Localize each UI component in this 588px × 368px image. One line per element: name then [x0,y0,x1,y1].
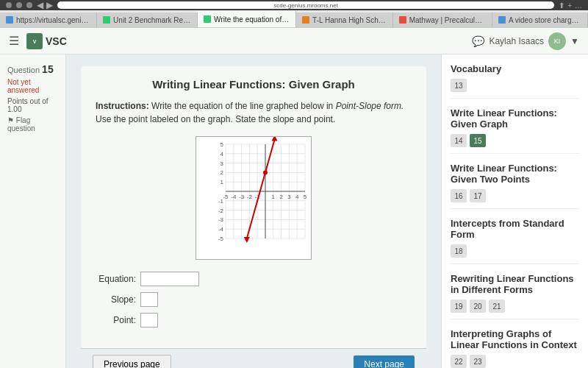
tab-write-equation[interactable]: Write the equation of the line gr... [198,11,296,27]
badge-22[interactable]: 22 [451,355,467,368]
question-status: Not yet answered [7,78,58,94]
back-icon[interactable]: ◀ [37,0,43,10]
logo-icon: V [26,33,43,49]
sidebar-section-title-2: Write Linear Functions: Given Two Points [451,163,579,185]
sidebar-divider-1 [451,153,579,154]
graph-canvas [196,137,312,261]
sidebar-divider-3 [451,263,579,264]
flag-icon: ⚑ [7,116,14,124]
tab-favicon-1 [103,16,110,24]
fields-section: Equation: Slope: Point: [96,272,412,328]
equation-label: Equation: [96,274,136,284]
tab-favicon-0 [6,16,13,24]
question-title: Writing Linear Functions: Given Graph [96,78,412,91]
sidebar-section-1: Write Linear Functions: Given Graph1415 [451,107,579,154]
sidebar-badges-4: 192021 [451,300,579,313]
badge-20[interactable]: 20 [470,300,486,313]
question-number: 15 [42,63,54,75]
main-layout: Question 15 Not yet answered Points out … [0,54,588,368]
slope-input[interactable] [140,292,158,307]
url-text: scde-genius.mrooms.net [273,2,338,9]
prev-button[interactable]: Previous page [93,355,171,368]
equation-input[interactable] [140,272,199,286]
bottom-nav: Previous page Next page [81,348,426,368]
user-area: 💬 Kaylah Isaacs KI ▼ [472,32,579,50]
sidebar-section-title-0: Vocabulary [451,63,579,74]
browser-chrome: ◀ ▶ scde-genius.mrooms.net ⬆ + … [0,0,588,10]
badge-15[interactable]: 15 [470,134,486,147]
badge-13[interactable]: 13 [451,79,467,92]
logo-text: VSC [46,35,67,47]
tab-virtualsc[interactable]: https://virtualsc.geniussis.com/... [0,13,97,27]
point-input[interactable] [140,313,158,328]
sidebar-badges-5: 2223 [451,355,579,368]
right-sidebar: Vocabulary13Write Linear Functions: Give… [441,54,588,368]
url-bar: scde-genius.mrooms.net [57,1,554,9]
instructions: Instructions: Write the equation of the … [96,99,412,126]
question-sidebar: Question 15 Not yet answered Points out … [0,54,66,368]
forward-icon[interactable]: ▶ [46,0,53,10]
slope-row: Slope: [96,292,412,307]
browser-actions[interactable]: ⬆ + … [559,1,582,10]
badge-17[interactable]: 17 [470,189,486,202]
badge-14[interactable]: 14 [451,134,467,147]
sidebar-badges-3: 18 [451,244,579,258]
share-icon[interactable]: ⬆ [559,1,564,10]
next-button[interactable]: Next page [354,355,415,368]
user-name: Kaylah Isaacs [489,36,544,46]
tab-hanna[interactable]: T-L Hanna High School's theat... [296,13,393,27]
sidebar-section-2: Write Linear Functions: Given Two Points… [451,163,579,209]
badge-19[interactable]: 19 [451,300,467,313]
question-points: Points out of 1.00 [7,97,58,113]
tab-video-store[interactable]: A video store charges non-me... [492,13,588,27]
sidebar-section-4: Rewriting Linear Functions in Different … [451,273,579,319]
sidebar-section-title-5: Interpreting Graphs of Linear Functions … [451,328,579,350]
sidebar-section-title-3: Intercepts from Standard Form [451,218,579,240]
svg-text:V: V [33,39,37,44]
sidebar-section-title-1: Write Linear Functions: Given Graph [451,107,579,130]
graph-wrap [196,136,312,260]
badge-21[interactable]: 21 [489,300,505,313]
point-row: Point: [96,313,412,328]
question-number-label: Question 15 [7,63,58,75]
sidebar-section-title-4: Rewriting Linear Functions in Different … [451,273,579,295]
sidebar-section-3: Intercepts from Standard Form18 [451,218,579,264]
tab-bar: https://virtualsc.geniussis.com/... Unit… [0,10,588,28]
tab-favicon-4 [399,16,406,24]
chat-icon: 💬 [472,35,484,47]
badge-16[interactable]: 16 [451,189,467,202]
sidebar-section-0: Vocabulary13 [451,63,579,99]
sidebar-badges-2: 1617 [451,189,579,202]
flag-question[interactable]: ⚑ Flag question [7,116,58,132]
content-area: Writing Linear Functions: Given Graph In… [66,54,441,368]
graph-container [96,136,412,260]
sidebar-divider-4 [451,319,579,319]
sidebar-badges-1: 1415 [451,134,579,147]
equation-row: Equation: [96,272,412,286]
new-tab-icon[interactable]: + [567,1,572,10]
avatar: KI [548,32,566,50]
hamburger-icon[interactable]: ☰ [9,34,19,48]
badge-23[interactable]: 23 [470,355,486,368]
question-card: Writing Linear Functions: Given Graph In… [81,66,426,348]
tab-favicon-3 [302,16,309,24]
browser-nav[interactable]: ◀ ▶ [37,0,53,10]
sidebar-section-5: Interpreting Graphs of Linear Functions … [451,328,579,368]
tab-benchmark[interactable]: Unit 2 Benchmark Retake (page... [97,13,198,27]
more-icon[interactable]: … [575,1,582,10]
badge-18[interactable]: 18 [451,244,467,258]
slope-label: Slope: [96,294,136,305]
sidebar-divider-0 [451,98,579,99]
logo-box: V VSC [26,33,67,49]
tab-mathway[interactable]: Mathway | Precalculus Problem... [393,13,492,27]
sidebar-divider-2 [451,208,579,209]
sidebar-badges-0: 13 [451,79,579,92]
main-toolbar: ☰ V VSC 💬 Kaylah Isaacs KI ▼ [0,28,588,54]
point-label: Point: [96,315,136,325]
tab-favicon-2 [204,15,211,23]
dropdown-icon[interactable]: ▼ [570,36,579,46]
tab-favicon-5 [498,16,506,24]
